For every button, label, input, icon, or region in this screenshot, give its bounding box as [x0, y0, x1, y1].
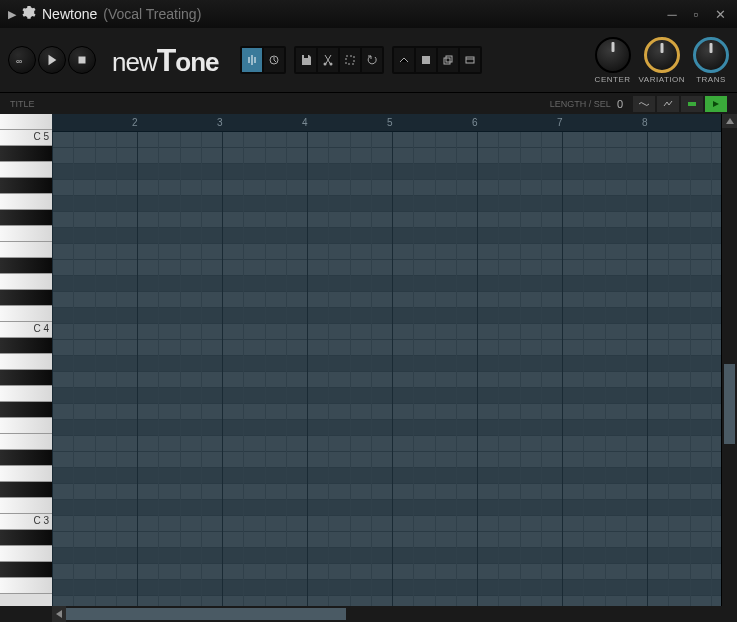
piano-key[interactable]	[0, 546, 52, 562]
ruler-tick: 5	[387, 117, 393, 128]
editor-area: C 5C 4C 3 2345678	[0, 114, 737, 606]
horizontal-scrollbar-row	[0, 606, 737, 622]
horizontal-scrollbar[interactable]	[52, 606, 721, 622]
piano-key[interactable]	[0, 530, 52, 546]
piano-key[interactable]	[0, 418, 52, 434]
piano-key[interactable]	[0, 146, 52, 162]
ruler-tick: 4	[302, 117, 308, 128]
minimize-button[interactable]: ─	[663, 7, 681, 22]
close-button[interactable]: ✕	[711, 7, 729, 22]
piano-key[interactable]	[0, 386, 52, 402]
title-label: TITLE	[10, 99, 35, 109]
file-tool-bar	[294, 46, 384, 74]
piano-key[interactable]	[0, 114, 52, 130]
piano-key[interactable]	[0, 466, 52, 482]
loop-button[interactable]: ∞	[8, 46, 36, 74]
titlebar: ▶ Newtone (Vocal Treating) ─ ▫ ✕	[0, 0, 737, 28]
mode-warp-button[interactable]	[633, 96, 655, 112]
piano-key[interactable]	[0, 242, 52, 258]
toolbar: ∞ newTone	[0, 28, 737, 92]
piano-key[interactable]	[0, 578, 52, 594]
ruler-tick: 3	[217, 117, 223, 128]
mode-link-button[interactable]	[681, 96, 703, 112]
play-button[interactable]	[38, 46, 66, 74]
piano-key[interactable]	[0, 306, 52, 322]
piano-key[interactable]	[0, 482, 52, 498]
save-file-button[interactable]	[416, 48, 436, 72]
select-tool-button[interactable]	[340, 48, 360, 72]
newtone-logo: newTone	[112, 42, 218, 79]
piano-roll[interactable]: C 5C 4C 3	[0, 114, 52, 606]
vertical-scrollbar[interactable]	[721, 114, 737, 606]
length-label: LENGTH / SEL	[550, 99, 611, 109]
scroll-up-button[interactable]	[722, 114, 737, 128]
save-button[interactable]	[296, 48, 316, 72]
time-tool-button[interactable]	[264, 48, 284, 72]
undo-button[interactable]	[362, 48, 382, 72]
drag-copy-button[interactable]	[438, 48, 458, 72]
mode-legato-button[interactable]	[657, 96, 679, 112]
center-knob[interactable]	[595, 37, 631, 73]
length-value: 0	[617, 98, 623, 110]
svg-rect-6	[422, 56, 430, 64]
grid-area[interactable]: 2345678	[52, 114, 721, 606]
piano-key[interactable]	[0, 354, 52, 370]
svg-rect-10	[688, 102, 696, 106]
piano-key[interactable]: C 4	[0, 322, 52, 338]
collapse-arrow-icon[interactable]: ▶	[8, 8, 16, 21]
svg-rect-8	[446, 56, 452, 62]
piano-key[interactable]	[0, 338, 52, 354]
trans-knob[interactable]	[693, 37, 729, 73]
svg-rect-7	[444, 58, 450, 64]
piano-key[interactable]	[0, 434, 52, 450]
maximize-button[interactable]: ▫	[687, 7, 705, 22]
piano-key[interactable]	[0, 450, 52, 466]
timeline-ruler[interactable]: 2345678	[52, 114, 721, 132]
ruler-tick: 2	[132, 117, 138, 128]
piano-key[interactable]	[0, 226, 52, 242]
piano-key[interactable]	[0, 498, 52, 514]
send-tool-bar	[392, 46, 482, 74]
piano-key[interactable]: C 3	[0, 514, 52, 530]
svg-text:∞: ∞	[16, 56, 22, 66]
gear-icon[interactable]	[22, 5, 36, 23]
piano-key[interactable]	[0, 402, 52, 418]
scroll-v-thumb[interactable]	[724, 364, 735, 444]
piano-key[interactable]	[0, 562, 52, 578]
svg-point-4	[330, 63, 333, 66]
trans-knob-label: TRANS	[696, 75, 726, 84]
ruler-tick: 7	[557, 117, 563, 128]
svg-rect-9	[466, 57, 474, 63]
svg-rect-5	[346, 56, 354, 64]
piano-key-label: C 3	[33, 515, 49, 526]
svg-rect-1	[79, 57, 86, 64]
pitch-tool-button[interactable]	[242, 48, 262, 72]
piano-key[interactable]	[0, 290, 52, 306]
window-subtitle: (Vocal Treating)	[103, 6, 201, 22]
piano-key[interactable]: C 5	[0, 130, 52, 146]
mode-play-button[interactable]	[705, 96, 727, 112]
piano-key-label: C 5	[33, 131, 49, 142]
piano-key[interactable]	[0, 162, 52, 178]
scroll-left-button[interactable]	[52, 606, 66, 622]
tool-mode-bar	[240, 46, 286, 74]
window-title: Newtone	[42, 6, 97, 22]
cut-button[interactable]	[318, 48, 338, 72]
ruler-tick: 8	[642, 117, 648, 128]
piano-key[interactable]	[0, 178, 52, 194]
ruler-tick: 6	[472, 117, 478, 128]
piano-key[interactable]	[0, 194, 52, 210]
send-pitch-button[interactable]	[394, 48, 414, 72]
variation-knob[interactable]	[644, 37, 680, 73]
stop-button[interactable]	[68, 46, 96, 74]
drag-file-button[interactable]	[460, 48, 480, 72]
svg-point-3	[324, 63, 327, 66]
scroll-h-thumb[interactable]	[66, 608, 346, 620]
piano-key-label: C 4	[33, 323, 49, 334]
piano-key[interactable]	[0, 274, 52, 290]
piano-key[interactable]	[0, 370, 52, 386]
variation-knob-label: VARIATION	[639, 75, 685, 84]
piano-key[interactable]	[0, 210, 52, 226]
piano-key[interactable]	[0, 258, 52, 274]
center-knob-label: CENTER	[595, 75, 631, 84]
